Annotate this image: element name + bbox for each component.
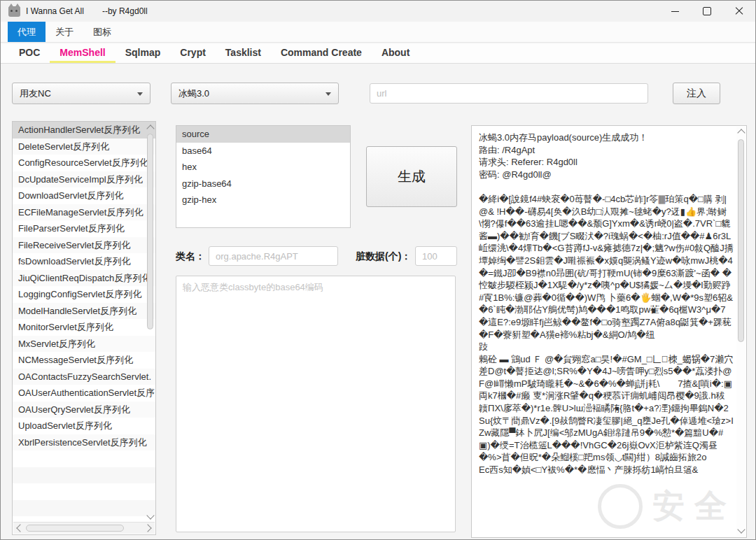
poc-list-item[interactable]: ModelHandleServlet反序列化: [13, 303, 155, 320]
dirty-data-input[interactable]: [415, 246, 457, 266]
close-button[interactable]: [723, 1, 755, 22]
poc-list-item[interactable]: OAUserAuthenticationServlet反序: [13, 385, 155, 402]
title-bar: I Wanna Get All --by R4gd0ll: [1, 1, 755, 22]
window-title: I Wanna Get All: [26, 6, 84, 16]
menu-item-1[interactable]: 关于: [46, 22, 83, 42]
poc-list-item[interactable]: DcUpdateServiceImpl反序列化: [13, 171, 155, 188]
target-select[interactable]: 用友NC: [12, 83, 150, 104]
poc-list-item[interactable]: OAContactsFuzzySearchServlet.: [13, 369, 155, 385]
encoding-list-item[interactable]: hex: [176, 159, 350, 176]
poc-list-item[interactable]: ActionHandlerServlet反序列化: [13, 122, 155, 138]
generate-button-label: 生成: [398, 167, 426, 186]
poc-list-item[interactable]: FileReceiveServlet反序列化: [13, 237, 155, 254]
tab-poc[interactable]: POC: [9, 43, 50, 63]
close-icon: [735, 7, 743, 15]
scroll-left-icon[interactable]: [16, 524, 24, 532]
scrollbar-thumb[interactable]: [738, 139, 744, 342]
scroll-down-icon[interactable]: [146, 511, 154, 519]
chevron-down-icon: [326, 92, 331, 96]
list-stripe: [13, 467, 155, 484]
encoding-list-item[interactable]: source: [176, 126, 350, 143]
encoding-list-item[interactable]: gzip-base64: [176, 176, 350, 192]
tab-memshell[interactable]: MemShell: [50, 43, 115, 63]
tab-bar: POCMemShellSqlmapCryptTasklistCommand Cr…: [1, 43, 755, 64]
poc-list-panel: ActionHandlerServlet反序列化DeleteServlet反序列…: [12, 121, 156, 535]
scroll-down-icon[interactable]: [737, 525, 745, 533]
maximize-icon: [703, 7, 711, 15]
menu-bar: 代理关于图标: [1, 22, 755, 43]
output-panel: 冰蝎3.0内存马payload(source)生成成功！ 路由: /R4gApt…: [471, 125, 747, 538]
poc-list-item[interactable]: MxServlet反序列化: [13, 336, 155, 353]
tab-command-create[interactable]: Command Create: [271, 43, 372, 63]
app-window: I Wanna Get All --by R4gd0ll 代理关于图标 POCM…: [0, 0, 756, 540]
inject-button[interactable]: 注入: [673, 83, 720, 104]
list-stripe: [13, 450, 155, 467]
app-cat-icon: [8, 6, 20, 17]
chevron-down-icon: [137, 92, 143, 96]
poc-list-item[interactable]: ECFileManageServlet反序列化: [13, 204, 155, 221]
generate-button[interactable]: 生成: [366, 146, 457, 207]
poc-list-item[interactable]: JiuQiClientReqDispatch反序列化: [13, 270, 155, 287]
scroll-up-icon[interactable]: [146, 125, 154, 132]
scroll-right-icon[interactable]: [144, 524, 151, 532]
poc-list-item[interactable]: MonitorServlet反序列化: [13, 319, 155, 336]
poc-list-item[interactable]: UploadServlet反序列化: [13, 418, 155, 434]
minimize-icon: [671, 11, 679, 12]
poc-list-horizontal-scrollbar[interactable]: [13, 522, 155, 534]
poc-list-item[interactable]: DownloadServlet反序列化: [13, 187, 155, 204]
encoding-list-item[interactable]: gzip-hex: [176, 192, 350, 208]
class-name-label: 类名：: [176, 250, 205, 263]
output-text[interactable]: 冰蝎3.0内存马payload(source)生成成功！ 路由: /R4gApt…: [479, 132, 734, 534]
poc-list-item[interactable]: DeleteServlet反序列化: [13, 138, 155, 155]
poc-list-item[interactable]: NCMessageServlet反序列化: [13, 352, 155, 369]
poc-list-item[interactable]: ConfigResourceServlet反序列化: [13, 155, 155, 171]
list-stripe: [13, 500, 155, 517]
tab-about[interactable]: About: [372, 43, 419, 63]
scrollbar-thumb[interactable]: [147, 134, 153, 329]
list-stripe: [176, 225, 350, 228]
encoding-list-panel: sourcebase64hexgzip-base64gzip-hex: [176, 125, 351, 228]
shell-select-value: 冰蝎3.0: [178, 87, 209, 100]
poc-list-item[interactable]: XbrlPersistenceServlet反序列化: [13, 434, 155, 451]
inject-button-label: 注入: [687, 87, 706, 100]
memshell-panel: 用友NC 冰蝎3.0 注入 ActionHandlerServlet反序列化De…: [1, 64, 755, 540]
menu-item-2[interactable]: 图标: [83, 22, 121, 42]
window-subtitle: --by R4gd0ll: [102, 6, 148, 16]
encoding-list: sourcebase64hexgzip-base64gzip-hex: [176, 126, 350, 228]
poc-list-item[interactable]: OAUserQryServlet反序列化: [13, 402, 155, 418]
target-select-value: 用友NC: [20, 87, 51, 100]
poc-list-item[interactable]: FileParserServlet反序列化: [13, 220, 155, 237]
list-stripe: [176, 208, 350, 225]
class-name-input[interactable]: [209, 246, 338, 266]
poc-list-item[interactable]: fsDownloadServlet反序列化: [13, 253, 155, 270]
list-stripe: [13, 483, 155, 500]
poc-list-item[interactable]: LoggingConfigServlet反序列化: [13, 286, 155, 303]
url-input[interactable]: [370, 83, 648, 104]
tab-sqlmap[interactable]: Sqlmap: [115, 43, 171, 63]
dirty-data-label: 脏数据(个)：: [356, 250, 411, 263]
scrollbar-thumb[interactable]: [26, 525, 124, 532]
maximize-button[interactable]: [691, 1, 723, 22]
scroll-up-icon[interactable]: [737, 129, 745, 136]
tab-crypt[interactable]: Crypt: [170, 43, 216, 63]
output-vertical-scrollbar[interactable]: [736, 127, 746, 537]
shell-select[interactable]: 冰蝎3.0: [171, 83, 339, 104]
minimize-button[interactable]: [659, 1, 691, 22]
poc-list: ActionHandlerServlet反序列化DeleteServlet反序列…: [13, 122, 155, 533]
menu-item-0[interactable]: 代理: [8, 22, 46, 42]
tab-tasklist[interactable]: Tasklist: [216, 43, 271, 63]
poc-list-vertical-scrollbar[interactable]: [146, 122, 155, 534]
classbyte-input[interactable]: [176, 276, 456, 532]
window-controls: [659, 1, 755, 22]
encoding-list-item[interactable]: base64: [176, 143, 350, 159]
